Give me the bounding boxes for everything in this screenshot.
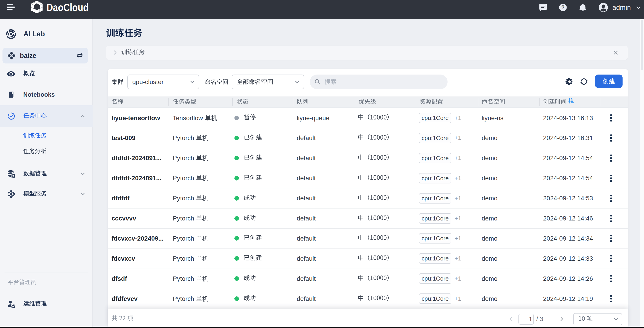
svg-text:?: ? bbox=[561, 5, 564, 11]
